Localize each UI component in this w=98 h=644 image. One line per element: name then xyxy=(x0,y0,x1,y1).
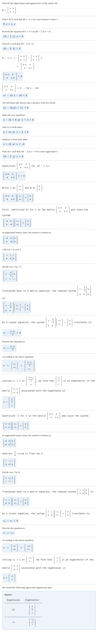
divider xyxy=(2,449,96,449)
step-result: λ² − 10 λ − 24 = 0 xyxy=(2,94,28,98)
step-text: Substitute 6−λ864−λ for (M − 𝟙 λ): xyxy=(2,162,96,170)
step-text: In augmented matrix form, the system is … xyxy=(2,434,96,437)
divider xyxy=(2,353,96,354)
step-result: v = −11 xyxy=(2,573,16,582)
divider xyxy=(2,204,96,204)
step-text: The left hand side factors into a produc… xyxy=(2,101,96,105)
divider xyxy=(2,136,96,136)
divider xyxy=(2,584,96,584)
step-text: Split into two equations: xyxy=(2,113,96,117)
step-text: Rewrite the equation as: xyxy=(2,526,96,530)
matrix-M: M = 6864 xyxy=(2,6,96,14)
divider xyxy=(2,469,96,469)
answer-box: Answer: Eigenvalue Eigenvector 12 431 −2… xyxy=(2,591,96,630)
step-result: −6806−80 xyxy=(2,235,19,245)
step-result: |M − 𝟙 λ| = 0 xyxy=(2,46,22,51)
step-result: 880000 xyxy=(2,458,16,467)
step-text: Rewrite the equation M v = λ v as (M − 𝟙… xyxy=(2,30,96,33)
divider xyxy=(2,28,96,28)
step-result: v₁ = −v₂ xyxy=(2,531,15,535)
step-result: v = v₁v₂ = −v₂v₂ xyxy=(2,543,34,552)
step-text: Add 12 to both sides: xyxy=(2,125,96,129)
table-row: 12 431 xyxy=(4,603,42,617)
step-result: (M − 𝟙 λ) v = 0 xyxy=(2,34,24,39)
answer-title: Answer: xyxy=(4,593,94,596)
divider xyxy=(2,284,96,284)
eigenvalue-cell: 12 xyxy=(4,603,22,617)
step-result: 880660 xyxy=(2,438,16,448)
step-text: As a scalar equation, the system 1100v₁v… xyxy=(2,510,96,518)
step-text: We found the following eigenvalue/eigenv… xyxy=(2,586,96,590)
step-text: Translated back to a matrix equation, th… xyxy=(2,285,96,300)
eigenvector-cell: 431 xyxy=(22,603,42,617)
divider xyxy=(2,537,96,537)
derivation: M − 𝟙 λ = 6864 − 1001 λ = 6−λ864−λ: xyxy=(2,54,96,70)
step-result: −686−8v₁v₂ = 00 xyxy=(2,218,32,228)
step-result: 6−λ864−λ = 0 xyxy=(2,72,23,81)
divider xyxy=(2,525,96,525)
step-text: Find all v such that (M − 𝟙 λ) v = 0 for… xyxy=(2,150,96,154)
step-result: 6−λ864−λv₁v₂ = 00 xyxy=(2,193,34,202)
divider xyxy=(2,486,96,486)
step-text: Subtract 2 from both sides: xyxy=(2,138,96,141)
step-text: Find all the eigenvalues and eigenvector… xyxy=(2,2,96,5)
step-result: v₁ − 4 v₂3 = 0 xyxy=(2,329,22,337)
divider xyxy=(2,148,96,148)
divider xyxy=(2,229,96,229)
step-result: λ = 12 or λ + 2 = 0 xyxy=(2,130,29,134)
step-result: (M − 𝟙 λ) v = 0 xyxy=(2,154,24,159)
table-row: −2 −11 xyxy=(4,617,42,628)
step-text: Find all λ such that |M − 𝟙 λ| = 0: xyxy=(2,42,96,46)
answer-table: Eigenvalue Eigenvector 12 431 −2 −11 xyxy=(4,598,42,628)
step-text: Substitute −2 for λ in the matrix 6−λ864… xyxy=(2,412,96,420)
divider xyxy=(2,508,96,508)
step-text: Letting v₂ = 1 in 4 v₂3v₂, we find that … xyxy=(2,375,96,395)
step-result: 1−430000 xyxy=(2,270,18,282)
divider xyxy=(2,82,96,83)
divider xyxy=(2,432,96,432)
step-text: Divide row 1 by 8: xyxy=(2,470,96,474)
step-result: (λ − 12)(λ + 2) = 0 xyxy=(2,106,29,110)
step-text: As a scalar equation, the system 1−4300v… xyxy=(2,317,96,328)
col-eigenvector: Eigenvector xyxy=(22,598,42,603)
step-result: v₁ = 4 v₂3 xyxy=(2,344,16,352)
step-text: According to the above equation: xyxy=(2,355,96,359)
step-result: 8866v₁v₂ = 00 xyxy=(2,421,29,430)
step-text: In augmented matrix form, the system is … xyxy=(2,231,96,234)
step-result: 110000 xyxy=(2,475,16,484)
divider xyxy=(2,160,96,160)
step-text: Translated back to a matrix equation, th… xyxy=(2,488,96,496)
step-text: Write v as v₁v₂ and 0 as 00: xyxy=(2,184,96,192)
eigenvector-cell: −11 xyxy=(22,617,42,628)
divider xyxy=(2,99,96,100)
step-text: Divide row 1 by −6: xyxy=(2,265,96,269)
divider xyxy=(2,263,96,264)
step-result: v = v₁v₂ = 4 v₂3v₂ xyxy=(2,360,36,372)
step-text: First, substitute 12 for λ in the matrix… xyxy=(2,206,96,217)
divider xyxy=(2,16,96,16)
step-text: Rewrite the equation as: xyxy=(2,340,96,344)
step-result: M v = λ v xyxy=(2,22,16,26)
divider xyxy=(2,124,96,124)
step-text: Find λ ∈ ℂ such that M v = λ v for some … xyxy=(2,18,96,21)
step-text: Subtract 34 ×(row 1) from row 2: xyxy=(2,451,96,457)
derivation: 6−λ864−λ = λ² − 10 λ − 24: xyxy=(2,84,96,92)
divider xyxy=(2,554,96,554)
divider xyxy=(2,315,96,316)
step-result: 1−4300v₁v₂ = 00 xyxy=(2,301,31,314)
step-text: Letting v₂ = 1 in −v₂v₂, we find that −1… xyxy=(2,556,96,572)
step-result: v = 431 xyxy=(2,396,16,409)
step-result: −680000 xyxy=(2,252,17,262)
step-result: λ − 12 = 0 or λ + 2 = 0 xyxy=(2,118,35,122)
col-eigenvalue: Eigenvalue xyxy=(4,598,22,603)
eigenvalue-cell: −2 xyxy=(4,617,22,628)
step-result: v₁ + v₂ = 0 xyxy=(2,519,19,523)
step-text: According to the above equation: xyxy=(2,538,96,542)
divider xyxy=(2,40,96,40)
divider xyxy=(2,112,96,112)
step-result: 6−λ864−λ v = 0 xyxy=(2,171,26,181)
step-text: Add row 1 to row 2: xyxy=(2,248,96,252)
step-result: 1100v₁v₂ = 00 xyxy=(2,497,29,506)
step-result: λ = 12 or λ = −2 xyxy=(2,142,25,146)
